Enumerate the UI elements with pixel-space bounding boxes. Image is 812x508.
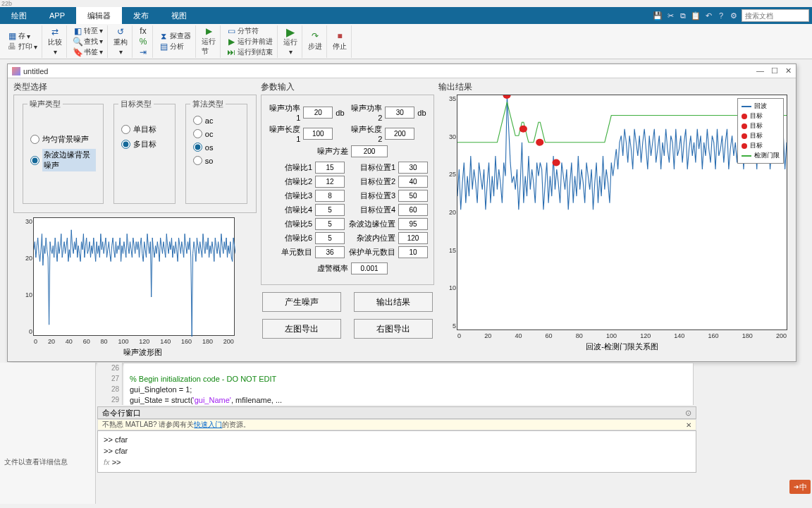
close-icon[interactable]: ✕ [785,66,792,75]
ribbon-tabs: 绘图 APP 编辑器 发布 视图 💾 ✂ ⧉ 📋 ↶ ? ⚙ [0,7,812,24]
svg-point-0 [503,95,510,99]
gui-window: untitled — ☐ ✕ 类型选择 噪声类型 均匀背景噪声 杂波边缘背景噪声 [7,64,796,362]
gui-titlebar[interactable]: untitled — ☐ ✕ [8,64,796,78]
input-snr2[interactable] [315,176,345,188]
algo-ac-radio[interactable]: ac [193,116,240,125]
toolstrip: ▦存 ▾ 🖶打印 ▾ ⇄比较▾ ◧转至 ▾ 🔍查找 ▾ 🔖书签 ▾ ↺重构▾ f… [0,24,812,59]
label-len1: 噪声长度1 [267,124,300,143]
quickstart-link[interactable]: 快速入门 [194,420,222,430]
label-power1: 噪声功率1 [267,103,300,122]
input-pos1[interactable] [398,162,428,174]
search-docs-input[interactable] [742,9,809,22]
svg-point-2 [536,139,543,146]
fx-icon[interactable]: fx [138,26,148,36]
gui-title: untitled [23,67,48,75]
algo-oc-radio[interactable]: oc [193,129,240,138]
target-group-label: 目标类型 [118,99,154,109]
goto-button[interactable]: ◧转至 ▾ [73,26,103,36]
input-len2[interactable] [385,128,414,140]
input-snr3[interactable] [315,190,345,202]
compare-button[interactable]: ⇄比较▾ [48,27,62,56]
step-button[interactable]: ↷步进 [308,31,322,52]
target-single-radio[interactable]: 单目标 [121,124,168,135]
tab-editor[interactable]: 编辑器 [76,7,122,24]
save-button[interactable]: ▦存 ▾ [7,31,37,41]
noise-group-label: 噪声类型 [27,99,63,109]
run-advance-button[interactable]: ▶运行并前进 [226,37,273,47]
noise-uniform-radio[interactable]: 均匀背景噪声 [30,134,96,145]
undo-icon[interactable]: ↶ [703,11,713,20]
input-power2[interactable] [385,107,414,119]
algo-os-radio[interactable]: os [193,143,240,152]
tab-app[interactable]: APP [38,7,76,24]
input-power1[interactable] [303,107,333,119]
gear-icon[interactable]: ⚙ [729,11,739,20]
refactor-button[interactable]: ↺重构▾ [113,27,128,56]
input-cells[interactable] [315,246,345,258]
dropdown-icon[interactable]: ⊙ [685,409,691,418]
command-window-body[interactable]: >> cfar >> cfar fx >> [97,430,696,473]
input-guard[interactable] [398,246,428,258]
editor-gutter: 26272829 [97,363,123,405]
bookmark-button[interactable]: 🔖书签 ▾ [73,47,103,57]
export-right-button[interactable]: 右图导出 [354,319,433,339]
legend: 回波 目标 目标 目标 目标 检测门限 [737,98,784,164]
input-snr6[interactable] [315,232,345,244]
find-button[interactable]: 🔍查找 ▾ [73,37,103,47]
ime-indicator[interactable]: ➔中 [789,480,811,494]
output-panel-title: 输出结果 [438,81,790,93]
status-message: 文件以查看详细信息 [0,456,72,468]
paste-icon[interactable]: 📋 [691,11,701,20]
current-folder[interactable] [0,363,96,504]
section-button[interactable]: ▭分节符 [226,26,273,36]
left-plot-title: 噪声波形图 [33,347,252,358]
input-inner[interactable] [398,232,428,244]
stop-button[interactable]: ■停止 [333,31,347,52]
label-len2: 噪声长度2 [349,124,382,143]
copy-icon[interactable]: ⧉ [678,11,688,20]
save-icon[interactable]: 💾 [653,11,663,20]
run-button[interactable]: ▶运行▾ [283,27,297,56]
tab-plot[interactable]: 绘图 [0,7,38,24]
input-pos4[interactable] [398,204,428,216]
banner-close-icon[interactable]: ✕ [686,421,691,429]
help-icon[interactable]: ? [716,11,726,20]
input-edge[interactable] [398,218,428,230]
output-axes: 3530252015105 02040608010012014016018020… [457,95,787,330]
input-snr1[interactable] [315,162,345,174]
input-snr5[interactable] [315,218,345,230]
algo-so-radio[interactable]: so [193,156,240,165]
profiler-button[interactable]: ⧗探查器 [159,31,191,41]
input-len1[interactable] [303,128,333,140]
generate-noise-button[interactable]: 产生噪声 [262,292,341,312]
param-panel-title: 参数输入 [261,81,434,93]
target-multi-radio[interactable]: 多目标 [121,139,168,150]
run-to-end-button[interactable]: ⏭运行到结束 [226,47,273,57]
pct-icon[interactable]: % [138,37,148,47]
input-snr4[interactable] [315,204,345,216]
command-window-title[interactable]: 命令行窗口⊙ [97,406,696,419]
cut-icon[interactable]: ✂ [665,11,675,20]
minimize-icon[interactable]: — [756,66,764,75]
print-button[interactable]: 🖶打印 ▾ [7,42,37,52]
noise-waveform-axes: 3020100 020406080100120140160180200 [33,217,235,336]
label-power2: 噪声功率2 [349,103,382,122]
fx-icon: fx [104,458,110,466]
input-pfa[interactable] [351,262,388,274]
noise-edge-radio[interactable]: 杂波边缘背景噪声 [30,149,96,171]
export-left-button[interactable]: 左图导出 [262,319,341,339]
input-pos3[interactable] [398,190,428,202]
tab-publish[interactable]: 发布 [122,7,160,24]
tab-view[interactable]: 视图 [160,7,198,24]
analyze-button[interactable]: ▤分析 [159,42,191,52]
output-result-button[interactable]: 输出结果 [354,292,433,312]
maximize-icon[interactable]: ☐ [771,66,778,75]
command-window-banner: 不熟悉 MATLAB? 请参阅有关快速入门的资源。 ✕ [97,419,696,430]
editor-body[interactable]: % Begin initialization code - DO NOT EDI… [124,363,694,405]
run-section-button[interactable]: ▶运行 节 [202,26,216,56]
svg-point-1 [519,126,527,133]
right-plot-title: 回波-检测门限关系图 [457,341,787,352]
indent-icon[interactable]: ⇥ [138,47,148,57]
input-pos2[interactable] [398,176,428,188]
input-var[interactable] [351,145,388,157]
